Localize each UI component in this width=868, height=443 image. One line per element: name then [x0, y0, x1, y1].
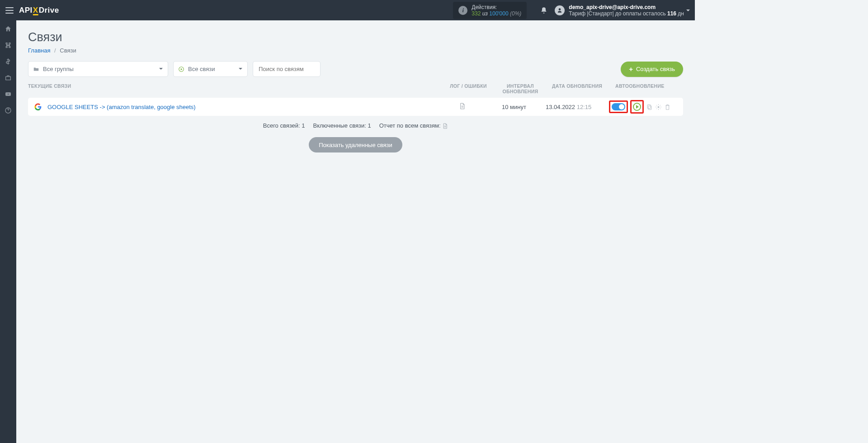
chevron-down-icon [238, 66, 243, 72]
page-title: Связи [28, 30, 683, 44]
main-content: Связи Главная / Связи Все группы Все свя… [16, 20, 695, 152]
connections-icon[interactable] [4, 41, 12, 49]
filters-row: Все группы Все связи + Создать связь [28, 61, 683, 77]
youtube-icon[interactable] [4, 90, 12, 98]
menu-toggle-button[interactable] [5, 7, 14, 14]
chevron-down-icon[interactable] [686, 6, 690, 14]
google-icon [34, 103, 42, 110]
th-auto: АВТООБНОВЛЕНИЕ [615, 83, 683, 94]
delete-button[interactable] [664, 104, 671, 110]
folder-icon [33, 66, 39, 72]
actions-label: Действия: [472, 4, 521, 10]
chevron-down-icon [159, 66, 163, 72]
plus-icon: + [629, 65, 633, 73]
settings-button[interactable] [655, 104, 662, 110]
th-log: ЛОГ / ОШИБКИ [448, 83, 489, 94]
th-interval: ИНТЕРВАЛ ОБНОВЛЕНИЯ [489, 83, 552, 94]
create-connection-button[interactable]: + Создать связь [621, 62, 683, 77]
sidebar [0, 20, 16, 355]
crumb-current: Связи [60, 47, 76, 54]
search-input[interactable] [253, 61, 321, 77]
th-current: ТЕКУЩИЕ СВЯЗИ [28, 83, 448, 94]
connections-select[interactable]: Все связи [173, 61, 248, 77]
copy-button[interactable] [646, 104, 653, 110]
highlight-run [630, 100, 644, 114]
highlight-toggle [609, 100, 628, 113]
crumb-home[interactable]: Главная [28, 47, 50, 54]
home-icon[interactable] [4, 25, 12, 33]
th-date: ДАТА ОБНОВЛЕНИЯ [552, 83, 615, 94]
info-icon: i [458, 6, 467, 15]
document-icon [442, 122, 448, 129]
autoupdate-toggle[interactable] [612, 103, 625, 110]
logo[interactable]: APIXDrive [19, 6, 59, 15]
date-value: 13.04.2022 12:15 [546, 104, 609, 110]
avatar-icon [555, 5, 565, 15]
briefcase-icon[interactable] [4, 74, 12, 82]
log-button[interactable] [442, 103, 482, 111]
billing-icon[interactable] [4, 57, 12, 66]
table-row: GOOGLE SHEETS -> (amazon translate, goog… [28, 98, 683, 116]
svg-rect-3 [648, 106, 651, 110]
connection-link[interactable]: GOOGLE SHEETS -> (amazon translate, goog… [47, 104, 196, 110]
table-header: ТЕКУЩИЕ СВЯЗИ ЛОГ / ОШИБКИ ИНТЕРВАЛ ОБНО… [28, 83, 683, 98]
all-report-link[interactable]: Отчет по всем связям: [379, 122, 448, 129]
interval-value: 10 минут [482, 104, 546, 110]
user-menu[interactable]: demo_apix-drive@apix-drive.com Тариф |Ст… [555, 4, 695, 17]
run-button[interactable] [633, 103, 641, 111]
actions-counter[interactable]: i Действия: 332 из 100'000 (0%) [453, 2, 527, 19]
tariff-info: Тариф |Стандарт| до оплаты осталось 116 … [569, 10, 684, 17]
groups-select[interactable]: Все группы [28, 61, 168, 77]
help-icon[interactable] [4, 106, 12, 114]
notifications-icon[interactable] [540, 7, 547, 14]
show-deleted-button[interactable]: Показать удаленные связи [309, 137, 402, 152]
svg-rect-4 [647, 105, 651, 108]
user-email: demo_apix-drive@apix-drive.com [569, 4, 684, 10]
topbar: APIXDrive i Действия: 332 из 100'000 (0%… [0, 0, 695, 20]
breadcrumb: Главная / Связи [28, 47, 683, 54]
svg-point-5 [658, 106, 660, 108]
play-circle-icon [178, 66, 184, 72]
stats-row: Всего связей: 1 Включенные связи: 1 Отче… [28, 122, 683, 129]
